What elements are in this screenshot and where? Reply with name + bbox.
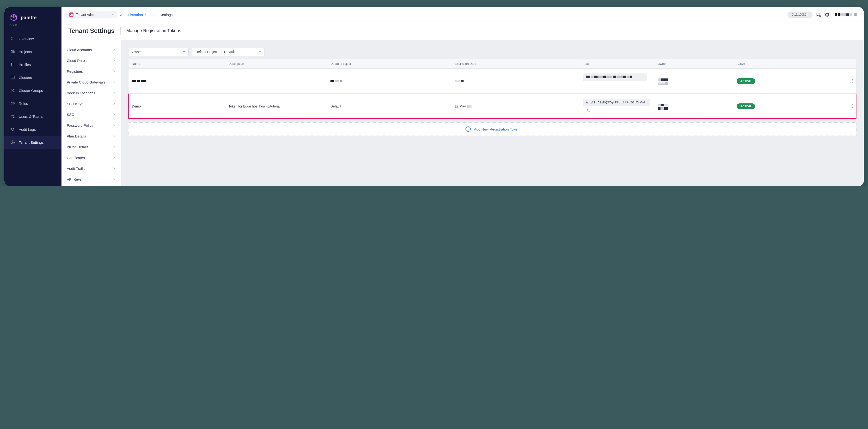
settings-item-password-policy[interactable]: Password Policy [61,120,121,131]
col-expiration[interactable]: Expiration Date [452,59,580,69]
audit-logs-icon [10,127,15,131]
settings-item-private-cloud-gateways[interactable]: Private Cloud Gateways [61,77,121,88]
filters: Owner Default Project Default [128,48,857,56]
cell-description [225,69,327,94]
expiration-text: 22 May [455,104,466,108]
cell-owner [654,69,733,94]
page-title: Tenant Settings [68,27,121,35]
settings-item-cloud-accounts[interactable]: Cloud Accounts [61,44,121,55]
filter-owner-select[interactable] [145,48,188,56]
table-row: Demo Token for Edge host how-to/tutorial… [128,94,856,119]
cluster-groups-icon [10,88,15,93]
sidebar-item-projects[interactable]: Projects [4,45,61,58]
svg-point-29 [852,104,852,105]
app-window: palette 3.3.55 Overview Projects Profile… [4,7,864,186]
svg-rect-19 [72,13,72,15]
sidebar-item-clusters[interactable]: Clusters [4,71,61,84]
sidebar-item-tenant-settings[interactable]: Tenant Settings [4,136,61,149]
settings-item-cloud-rates[interactable]: Cloud Rates [61,55,121,66]
chevron-down-icon [258,50,261,54]
settings-item-label: Private Cloud Gateways [67,80,105,84]
settings-item-registries[interactable]: Registries [61,66,121,77]
app-version: 3.3.55 [4,24,61,32]
col-owner[interactable]: Owner [654,59,733,69]
filter-owner: Owner [128,48,189,56]
settings-item-backup-locations[interactable]: Backup Locations [61,88,121,98]
settings-item-label: SSO [67,112,74,117]
content-area: Owner Default Project Default [121,40,864,186]
sidebar-item-label: Audit Logs [19,127,36,131]
tokens-table: Name Description Default Project Expirat… [128,59,856,119]
svg-rect-1 [13,50,13,53]
tokens-table-card: Name Description Default Project Expirat… [128,59,857,119]
sidebar-item-roles[interactable]: Roles [4,97,61,110]
settings-item-label: Plan Details [67,134,86,138]
settings-item-ssh-keys[interactable]: SSH Keys [61,98,121,109]
filter-project-select[interactable]: Default [221,48,264,56]
chevron-right-icon [113,91,116,95]
brand-name: palette [21,15,37,21]
cell-project: Default [327,94,451,119]
svg-point-11 [11,102,13,103]
sidebar-item-label: Clusters [19,75,32,80]
svg-point-26 [852,82,852,82]
sidebar-item-profiles[interactable]: Profiles [4,58,61,71]
usage-indicator[interactable]: 0.11/100kCh [787,11,812,18]
settings-item-audit-trails[interactable]: Audit Trails [61,163,121,174]
sidebar-item-audit-logs[interactable]: Audit Logs [4,123,61,136]
svg-point-14 [13,116,14,117]
overview-icon [10,36,15,41]
chevron-down-icon [111,12,114,17]
settings-item-label: Certificates [67,156,85,160]
svg-point-24 [852,79,852,80]
sidebar-item-cluster-groups[interactable]: Cluster Groups [4,84,61,97]
svg-point-20 [819,15,821,16]
topbar: Tenant Admin Administration / Tenant Set… [61,7,864,22]
settings-item-label: SSH Keys [67,102,83,106]
settings-item-label: Registries [67,69,83,73]
settings-item-sso[interactable]: SSO [61,109,121,120]
tenant-selector[interactable]: Tenant Admin [66,11,117,18]
token-value: Azg2IUA2yMQ37qtF8pdSlRc3OtXrVwlu [583,99,651,106]
sidebar-item-label: Tenant Settings [19,140,43,144]
settings-item-api-keys[interactable]: API Keys [61,174,121,185]
col-description[interactable]: Description [225,59,327,69]
sidebar: palette 3.3.55 Overview Projects Profile… [4,7,61,186]
settings-item-plan-details[interactable]: Plan Details [61,131,121,141]
chat-icon[interactable] [816,12,821,17]
settings-subnav: Cloud Accounts Cloud Rates Registries Pr… [61,40,121,186]
sidebar-item-label: Profiles [19,63,31,67]
users-teams-icon [10,114,15,119]
settings-item-billing-details[interactable]: Billing Details [61,141,121,152]
sidebar-item-users-teams[interactable]: Users & Teams [4,110,61,123]
breadcrumb-parent[interactable]: Administration [120,13,143,17]
cell-project [327,69,451,94]
user-menu[interactable] [835,13,857,16]
breadcrumb-current: Tenant Settings [148,13,173,17]
chevron-right-icon [113,48,116,52]
col-token[interactable]: Token [580,59,654,69]
filter-owner-label: Owner [128,48,145,56]
col-default-project[interactable]: Default Project [327,59,451,69]
col-name[interactable]: Name [128,59,225,69]
star-icon[interactable] [825,12,830,17]
settings-item-label: Audit Trails [67,166,85,171]
add-registration-token-button[interactable]: Add New Registration Token [128,122,857,136]
filter-project-label: Default Project [192,48,221,56]
svg-rect-12 [13,103,14,104]
col-active[interactable]: Active [733,59,848,69]
row-menu-button[interactable] [848,69,856,94]
copy-token-button[interactable] [585,107,592,114]
sidebar-item-label: Roles [19,101,28,106]
filter-default-project: Default Project Default [192,48,265,56]
settings-item-label: Cloud Accounts [67,48,92,52]
sidebar-item-overview[interactable]: Overview [4,32,61,45]
svg-rect-6 [11,78,14,79]
projects-icon [10,50,15,54]
settings-item-label: Billing Details [67,145,88,149]
settings-item-certificates[interactable]: Certificates [61,152,121,163]
svg-point-25 [852,80,852,81]
svg-rect-5 [11,77,14,78]
svg-rect-2 [14,51,14,53]
row-menu-button[interactable] [848,94,856,119]
